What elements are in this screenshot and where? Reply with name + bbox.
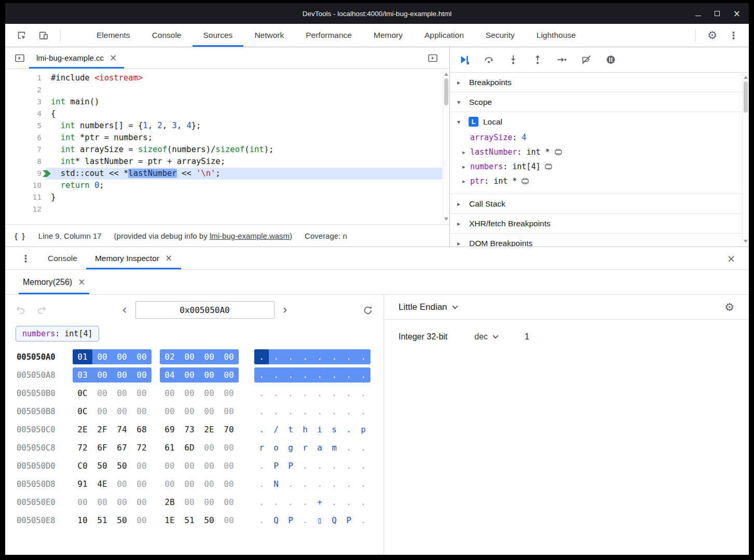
memory-ascii-char[interactable]: .	[298, 495, 312, 510]
show-navigator-icon[interactable]	[10, 53, 29, 63]
memory-byte[interactable]: 0C	[73, 404, 92, 419]
step-over-icon[interactable]	[484, 54, 494, 65]
scrollbar-thumb[interactable]	[444, 78, 448, 105]
minimize-button[interactable]	[695, 9, 701, 18]
scrollbar-down-icon[interactable]	[744, 240, 748, 243]
memory-ascii-char[interactable]: .	[254, 349, 269, 364]
memory-byte[interactable]: 00	[219, 367, 239, 383]
history-forward-icon[interactable]	[36, 305, 47, 315]
scope-variable[interactable]: ▸numbers: int[4]	[450, 159, 749, 174]
memory-ascii-char[interactable]: .	[341, 476, 356, 491]
memory-ascii-char[interactable]: r	[254, 440, 269, 455]
memory-ascii-char[interactable]: .	[254, 386, 269, 401]
memory-ascii-char[interactable]: .	[356, 513, 371, 528]
memory-byte[interactable]: 1E	[160, 513, 180, 528]
memory-byte[interactable]: 10	[73, 513, 92, 528]
memory-ascii-char[interactable]: /	[269, 422, 283, 437]
inspect-element-icon[interactable]	[17, 30, 27, 40]
memory-ascii-char[interactable]: s	[327, 422, 341, 437]
toggle-debugger-sidebar-icon[interactable]	[423, 53, 442, 63]
scrollbar-thumb[interactable]	[744, 81, 748, 113]
memory-byte[interactable]: 00	[199, 404, 219, 419]
memory-byte[interactable]: 00	[199, 458, 219, 473]
file-tab[interactable]: lmi-bug-example.cc ×	[29, 47, 124, 69]
memory-ascii-char[interactable]: r	[298, 440, 312, 455]
close-drawer-icon[interactable]: ×	[727, 253, 749, 264]
code-line[interactable]: 6 int *ptr = numbers;	[5, 132, 449, 144]
tab-performance[interactable]: Performance	[295, 24, 363, 47]
memory-ascii-char[interactable]: p	[356, 422, 371, 437]
memory-ascii-char[interactable]: .	[356, 458, 371, 473]
tab-security[interactable]: Security	[475, 24, 526, 47]
memory-byte[interactable]: 00	[219, 440, 239, 455]
tab-network[interactable]: Network	[243, 24, 295, 47]
line-number[interactable]: 8	[5, 156, 46, 168]
memory-ascii-char[interactable]: .	[341, 422, 356, 437]
memory-byte[interactable]: 00	[199, 495, 219, 510]
memory-byte[interactable]: 00	[180, 495, 199, 510]
memory-byte[interactable]: 00	[92, 404, 112, 419]
memory-ascii-char[interactable]: .	[327, 404, 341, 419]
scope-section[interactable]: ▾ Scope	[450, 92, 749, 112]
line-number[interactable]: 1	[5, 72, 46, 84]
endianness-select[interactable]: Little Endian	[399, 302, 457, 312]
memory-ascii-char[interactable]: .	[283, 349, 298, 364]
chevron-down-icon[interactable]: ▾	[457, 99, 464, 106]
memory-byte[interactable]: 00	[180, 367, 199, 383]
memory-byte[interactable]: 00	[112, 495, 132, 510]
line-number[interactable]: 6	[5, 132, 46, 144]
line-number[interactable]: 4	[5, 108, 46, 120]
code-line[interactable]: 12	[5, 203, 449, 215]
memory-ascii-char[interactable]: .	[356, 476, 371, 491]
memory-byte[interactable]: 00	[180, 476, 199, 491]
code-line[interactable]: 8 int* lastNumber = ptr + arraySize;	[5, 156, 449, 168]
memory-ascii-char[interactable]: .	[298, 404, 312, 419]
memory-ascii-char[interactable]: .	[298, 349, 312, 364]
memory-ascii-char[interactable]: .	[341, 404, 356, 419]
memory-ascii-char[interactable]: .	[269, 404, 283, 419]
memory-ascii-char[interactable]: .	[356, 495, 371, 510]
memory-byte[interactable]: 02	[160, 349, 180, 364]
memory-byte[interactable]: 70	[219, 422, 239, 437]
tab-memory[interactable]: Memory	[363, 24, 414, 47]
chevron-right-icon[interactable]: ▸	[462, 149, 470, 156]
device-toolbar-icon[interactable]	[38, 30, 49, 40]
memory-ascii-char[interactable]: .	[327, 349, 341, 364]
memory-ascii-char[interactable]: .	[283, 386, 298, 401]
memory-chip-icon[interactable]	[554, 148, 563, 156]
memory-ascii-char[interactable]: .	[356, 404, 371, 419]
pause-on-exceptions-icon[interactable]	[606, 54, 616, 65]
memory-byte[interactable]: 50	[112, 513, 132, 528]
code-line[interactable]: 4{	[5, 108, 449, 120]
memory-byte[interactable]: 68	[132, 422, 152, 437]
history-back-icon[interactable]	[16, 305, 26, 315]
close-file-tab-icon[interactable]: ×	[109, 53, 117, 62]
memory-ascii-char[interactable]: .	[283, 495, 298, 510]
drawer-menu-icon[interactable]: ⋮	[21, 253, 31, 264]
memory-ascii-char[interactable]: .	[254, 476, 269, 491]
memory-ascii-char[interactable]: .	[312, 458, 327, 473]
memory-ascii-char[interactable]: .	[269, 495, 283, 510]
memory-ascii-char[interactable]: .	[341, 349, 356, 364]
memory-byte[interactable]: 00	[112, 476, 132, 491]
memory-ascii-char[interactable]: .	[327, 367, 341, 383]
code-line[interactable]: 1#include <iostream>	[5, 72, 449, 84]
memory-byte[interactable]: 50	[112, 458, 132, 473]
memory-ascii-char[interactable]: ▯	[312, 513, 327, 528]
memory-ascii-char[interactable]: .	[283, 476, 298, 491]
memory-byte[interactable]: 00	[132, 349, 152, 364]
memory-chip-icon[interactable]	[520, 177, 530, 185]
memory-ascii-char[interactable]: P	[341, 513, 356, 528]
memory-ascii-char[interactable]: h	[298, 422, 312, 437]
scrollbar-up-icon[interactable]	[744, 76, 748, 79]
memory-byte[interactable]: 00	[132, 458, 152, 473]
memory-ascii-char[interactable]: .	[356, 349, 371, 364]
memory-tab[interactable]: Memory(256) ×	[19, 270, 89, 294]
chevron-right-icon[interactable]: ▸	[457, 79, 464, 86]
memory-byte[interactable]: 00	[199, 476, 219, 491]
memory-ascii-char[interactable]: .	[283, 404, 298, 419]
memory-ascii-char[interactable]: o	[269, 440, 283, 455]
tab-elements[interactable]: Elements	[86, 24, 141, 47]
code-line[interactable]: 9 std::cout << *lastNumber << '\n';	[5, 168, 449, 180]
refresh-icon[interactable]	[363, 305, 373, 315]
